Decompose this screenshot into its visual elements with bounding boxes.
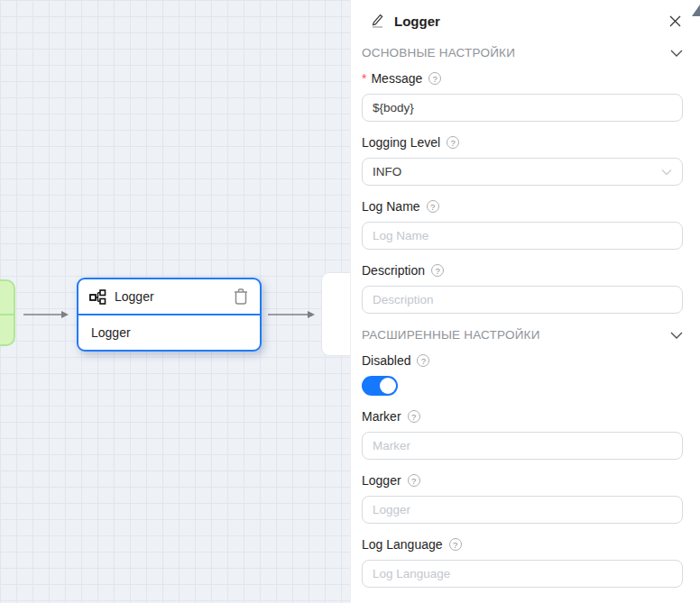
description-input[interactable]: [362, 286, 683, 314]
sitemap-icon: [89, 289, 106, 305]
field-log-name: Log Name ?: [362, 199, 683, 250]
field-logger: Logger ?: [362, 473, 683, 524]
field-disabled-label-row: Disabled ?: [362, 353, 683, 368]
corner-triangle-icon: [692, 5, 700, 16]
section-basic-settings[interactable]: ОСНОВНЫЕ НАСТРОЙКИ: [362, 46, 683, 59]
field-disabled: Disabled ?: [362, 353, 683, 396]
help-icon[interactable]: ?: [428, 72, 441, 85]
help-icon[interactable]: ?: [431, 264, 444, 277]
field-log-language-label-row: Log Language ?: [362, 537, 683, 552]
edge-arrow-right: [266, 308, 317, 321]
field-log-language-label: Log Language: [362, 537, 443, 552]
help-icon[interactable]: ?: [449, 538, 462, 551]
logging-level-select[interactable]: INFO: [362, 158, 683, 186]
trash-icon: [233, 288, 249, 306]
help-icon[interactable]: ?: [408, 474, 420, 487]
logger-node-header[interactable]: Logger: [78, 279, 260, 314]
close-icon: [669, 15, 681, 27]
disabled-toggle[interactable]: [362, 376, 398, 396]
edge-arrow-left: [22, 308, 70, 321]
flow-canvas[interactable]: Logger Logger: [0, 0, 350, 603]
logger-node-title: Logger: [115, 289, 154, 304]
app-window: Logger Logger: [0, 0, 700, 603]
field-logger-label: Logger: [362, 473, 401, 488]
field-description-label-row: Description ?: [362, 263, 683, 278]
log-language-input[interactable]: [362, 560, 683, 588]
panel-title: Logger: [394, 14, 440, 29]
log-name-input[interactable]: [362, 222, 683, 250]
field-logging-level: Logging Level ? INFO: [362, 135, 683, 186]
properties-panel: Logger ОСНОВНЫЕ НАСТРОЙКИ * Message ?: [350, 0, 700, 603]
field-logging-level-label-row: Logging Level ?: [362, 135, 683, 150]
field-message: * Message ?: [362, 71, 683, 122]
field-log-language: Log Language ?: [362, 537, 683, 588]
start-node-divider: [0, 314, 14, 315]
message-input[interactable]: [362, 94, 683, 122]
start-node[interactable]: [0, 279, 15, 346]
field-marker: Marker ?: [362, 409, 683, 460]
field-message-label: Message: [371, 71, 422, 86]
toggle-knob: [380, 378, 396, 394]
logger-input[interactable]: [362, 496, 683, 524]
panel-header: Logger: [362, 0, 683, 29]
field-logger-label-row: Logger ?: [362, 473, 683, 488]
marker-input[interactable]: [362, 432, 683, 460]
edit-pencil-icon: [370, 14, 385, 29]
field-message-label-row: * Message ?: [362, 71, 683, 86]
delete-node-button[interactable]: [233, 288, 249, 306]
chevron-down-icon: [670, 332, 683, 339]
section-advanced-title: РАСШИРЕННЫЕ НАСТРОЙКИ: [362, 328, 540, 342]
field-description: Description ?: [362, 263, 683, 314]
help-icon[interactable]: ?: [417, 354, 429, 367]
help-icon[interactable]: ?: [408, 410, 420, 423]
logger-node[interactable]: Logger Logger: [77, 278, 262, 352]
field-log-name-label-row: Log Name ?: [362, 199, 683, 214]
field-marker-label: Marker: [362, 409, 401, 424]
required-asterisk: *: [362, 71, 366, 86]
select-chevron-icon: [661, 169, 672, 175]
next-node[interactable]: [321, 272, 350, 356]
field-description-label: Description: [362, 263, 425, 278]
field-log-name-label: Log Name: [362, 199, 420, 214]
help-icon[interactable]: ?: [447, 136, 459, 149]
field-disabled-label: Disabled: [362, 353, 410, 368]
field-logging-level-label: Logging Level: [362, 135, 440, 150]
field-marker-label-row: Marker ?: [362, 409, 683, 424]
help-icon[interactable]: ?: [427, 200, 439, 213]
chevron-down-icon: [670, 50, 683, 57]
section-basic-title: ОСНОВНЫЕ НАСТРОЙКИ: [362, 46, 515, 59]
logger-node-body-label: Logger: [78, 315, 260, 350]
section-advanced-settings[interactable]: РАСШИРЕННЫЕ НАСТРОЙКИ: [362, 328, 683, 342]
logging-level-value: INFO: [373, 165, 401, 178]
close-panel-button[interactable]: [668, 14, 683, 29]
